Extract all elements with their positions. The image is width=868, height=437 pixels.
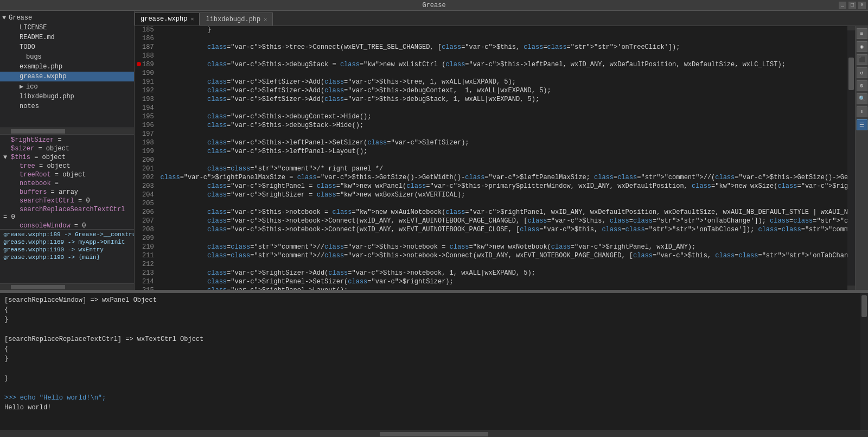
line-content[interactable]	[158, 156, 847, 165]
callstack-item[interactable]: grease.wxphp:189 -> Grease->__construct	[2, 231, 132, 238]
close-btn[interactable]: ×	[858, 2, 866, 9]
file-tree[interactable]: ▼ Grease LICENSEREADME.mdTODO bugsexampl…	[0, 11, 134, 128]
tree-item-example-php[interactable]: example.php	[0, 62, 134, 72]
variables-panel[interactable]: $rightSizer = $sizer = object▼$this = ob…	[0, 134, 134, 229]
line-content[interactable]: class="var-c">$leftSizer->Add(class="var…	[158, 87, 847, 96]
line-content[interactable]: class="var-c">$rightPanel->SetSizer(clas…	[158, 278, 847, 287]
vscroll-thumb[interactable]	[848, 58, 854, 90]
bottom-vscroll[interactable]	[860, 293, 868, 430]
code-line-186[interactable]: 186	[135, 35, 847, 43]
bottom-vscroll-thumb[interactable]	[861, 295, 867, 317]
code-line-198[interactable]: 198 class="var-c">$this->leftPanel->SetS…	[135, 139, 847, 148]
code-line-212[interactable]: 212	[135, 261, 847, 269]
code-line-214[interactable]: 214 class="var-c">$rightPanel->SetSizer(…	[135, 278, 847, 287]
tree-item-ico[interactable]: ▶ico	[0, 81, 134, 92]
run-icon[interactable]: ◉	[857, 41, 867, 52]
tab-grease-wxphp[interactable]: grease.wxphp✕	[135, 12, 200, 26]
line-content[interactable]: class="var-c">$rightSizer = class="kw">n…	[158, 191, 847, 200]
var-item[interactable]: searchTextCtrl = 0	[2, 197, 132, 205]
minimize-btn[interactable]: _	[839, 2, 846, 9]
search-icon[interactable]: 🔍	[857, 93, 867, 104]
callstack-item[interactable]: grease.wxphp:1190 -> wxEntry	[2, 246, 132, 254]
download-icon[interactable]: ⬇	[857, 106, 867, 117]
bottom-section[interactable]: [searchReplaceWindow] => wxPanel Object …	[0, 292, 868, 430]
callstack-item[interactable]: grease.wxphp:1190 -> {main}	[2, 254, 132, 261]
code-line-201[interactable]: 201 class=class="str">"comment">/* right…	[135, 165, 847, 174]
vscroll-track[interactable]	[847, 30, 855, 286]
line-content[interactable]: class="var-c">$rightSizer->Add(class="va…	[158, 269, 847, 278]
line-content[interactable]	[158, 35, 847, 43]
code-line-200[interactable]: 200	[135, 156, 847, 165]
line-content[interactable]	[158, 52, 847, 61]
code-line-187[interactable]: 187 class="var-c">$this->tree->Connect(w…	[135, 43, 847, 52]
tab-libxdebugd-php[interactable]: libxdebugd.php✕	[200, 12, 273, 26]
code-line-204[interactable]: 204 class="var-c">$rightSizer = class="k…	[135, 191, 847, 200]
line-content[interactable]: class="var-c">$this->notebook->Connect(w…	[158, 217, 847, 226]
line-content[interactable]	[158, 130, 847, 139]
line-content[interactable]: class="var-c">$this->notebook->Connect(w…	[158, 226, 847, 235]
line-content[interactable]: class="var-c">$leftSizer->Add(class="var…	[158, 96, 847, 104]
code-line-203[interactable]: 203 class="var-c">$rightPanel = class="k…	[135, 182, 847, 191]
code-line-215[interactable]: 215 class="var-c">$rightPanel->Layout();	[135, 287, 847, 290]
var-item[interactable]: $sizer = object	[2, 144, 132, 153]
code-line-194[interactable]: 194	[135, 104, 847, 113]
var-item[interactable]: tree = object	[2, 162, 132, 170]
line-content[interactable]: class="var-c">$this->tree->Connect(wxEVT…	[158, 43, 847, 52]
code-line-199[interactable]: 199 class="var-c">$this->leftPanel->Layo…	[135, 148, 847, 156]
line-content[interactable]: class="var-c">$this->debugStack = class=…	[158, 61, 847, 69]
stop-icon[interactable]: ⬛	[857, 54, 867, 65]
var-item[interactable]: ▼$this = object	[2, 153, 132, 162]
tree-item-README-md[interactable]: README.md	[0, 33, 134, 42]
line-content[interactable]: class="var-c">$this->leftPanel->SetSizer…	[158, 139, 847, 148]
code-line-210[interactable]: 210 class=class="str">"comment">//class=…	[135, 243, 847, 252]
vscroll-down-btn[interactable]	[847, 286, 855, 290]
var-item[interactable]: $rightSizer =	[2, 136, 132, 144]
code-line-213[interactable]: 213 class="var-c">$rightSizer->Add(class…	[135, 269, 847, 278]
code-line-209[interactable]: 209	[135, 235, 847, 243]
refresh-icon[interactable]: ↺	[857, 67, 867, 78]
var-item[interactable]: treeRoot = object	[2, 170, 132, 179]
tree-item-libxdebugd-php[interactable]: libxdebugd.php	[0, 92, 134, 102]
code-line-211[interactable]: 211 class=class="str">"comment">//class=…	[135, 252, 847, 261]
maximize-btn[interactable]: □	[848, 2, 856, 9]
tab-close-btn[interactable]: ✕	[190, 16, 194, 22]
line-content[interactable]	[158, 69, 847, 78]
var-item[interactable]: searchReplaceSearchTextCtrl = 0	[2, 205, 132, 221]
code-line-208[interactable]: 208 class="var-c">$this->notebook->Conne…	[135, 226, 847, 235]
line-content[interactable]	[158, 104, 847, 113]
line-content[interactable]: class=class="str">"comment">/* right pan…	[158, 165, 847, 174]
line-content[interactable]	[158, 200, 847, 208]
code-line-197[interactable]: 197	[135, 130, 847, 139]
code-line-188[interactable]: 188	[135, 52, 847, 61]
line-content[interactable]: class=class="str">"comment">//class="var…	[158, 252, 847, 261]
callstack-panel[interactable]: grease.wxphp:189 -> Grease->__constructg…	[0, 229, 134, 283]
code-line-190[interactable]: 190	[135, 69, 847, 78]
var-item[interactable]: consoleWindow = 0	[2, 221, 132, 229]
code-line-205[interactable]: 205	[135, 200, 847, 208]
tree-root[interactable]: ▼ Grease	[0, 13, 134, 23]
code-line-189[interactable]: 189 class="var-c">$this->debugStack = cl…	[135, 61, 847, 69]
code-line-192[interactable]: 192 class="var-c">$leftSizer->Add(class=…	[135, 87, 847, 96]
tree-item-notes[interactable]: notes	[0, 102, 134, 111]
tree-item-TODO[interactable]: TODO	[0, 42, 134, 52]
tree-hscroll[interactable]	[0, 128, 134, 134]
code-line-207[interactable]: 207 class="var-c">$this->notebook->Conne…	[135, 217, 847, 226]
tree-item-bugs[interactable]: bugs	[0, 52, 134, 62]
line-content[interactable]: class="var-c">$rightPanel->Layout();	[158, 287, 847, 290]
callstack-hscroll[interactable]	[0, 283, 134, 290]
vscroll-up-btn[interactable]	[847, 26, 855, 30]
code-line-195[interactable]: 195 class="var-c">$this->debugContext->H…	[135, 113, 847, 122]
menu-icon[interactable]: ≡	[857, 28, 867, 39]
var-item[interactable]: buffers = array	[2, 188, 132, 197]
line-content[interactable]	[158, 235, 847, 243]
line-content[interactable]: class="var-c">$rightPanel = class="kw">n…	[158, 182, 847, 191]
line-content[interactable]: class="var-c">$this->debugStack->Hide();	[158, 122, 847, 130]
settings-icon[interactable]: ⚙	[857, 80, 867, 91]
line-content[interactable]	[158, 261, 847, 269]
code-vscroll[interactable]	[847, 26, 855, 290]
code-line-191[interactable]: 191 class="var-c">$leftSizer->Add(class=…	[135, 78, 847, 87]
code-line-185[interactable]: 185 }	[135, 26, 847, 35]
line-content[interactable]: class="var-c">$this->debugContext->Hide(…	[158, 113, 847, 122]
line-content[interactable]: class=class="str">"comment">//class="var…	[158, 243, 847, 252]
line-content[interactable]: class="var-c">$this->notebook = class="k…	[158, 208, 847, 217]
